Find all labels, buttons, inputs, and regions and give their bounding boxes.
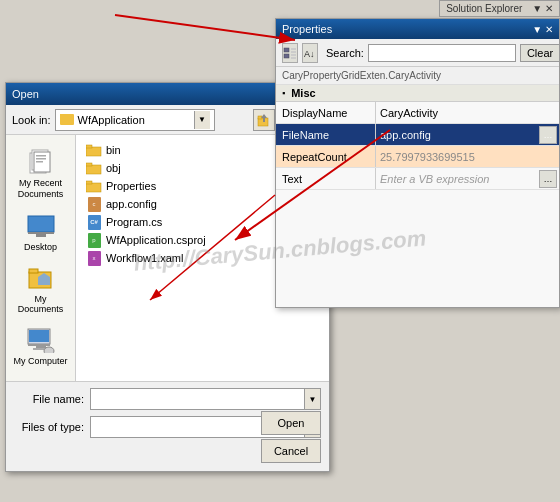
svg-rect-43 [86,165,101,174]
cancel-button[interactable]: Cancel [261,439,321,463]
displayname-label: DisplayName [276,102,376,123]
text-value: Enter a VB expression [376,168,539,189]
file-name-combo-arrow[interactable]: ▼ [304,389,320,409]
dialog-bottom: File name: ▼ Files of type: ▼ Open Cance… [6,381,329,471]
svg-rect-24 [28,216,54,232]
svg-text:A↓: A↓ [304,49,315,59]
svg-rect-46 [86,181,92,184]
displayname-value: CaryActivity [376,102,559,123]
properties-toolbar: A↓ Search: Clear [276,39,559,67]
svg-line-48 [115,15,295,40]
file-name-programcs: Program.cs [106,216,162,228]
files-of-type-label: Files of type: [14,421,84,433]
file-name-input[interactable]: ▼ [90,388,321,410]
search-input[interactable] [368,44,516,62]
solution-explorer-tab[interactable]: Solution Explorer ▼ ✕ [439,0,560,17]
svg-rect-41 [86,147,101,156]
search-label: Search: [326,47,364,59]
sidebar-item-recent[interactable]: My Recent Documents [10,143,72,205]
properties-title-controls: ▼ ✕ [532,24,553,35]
svg-rect-22 [36,158,46,160]
svg-rect-23 [36,161,43,163]
svg-rect-31 [29,330,49,342]
sidebar-item-mycomputer[interactable]: My Computer [10,321,72,371]
recent-label: My Recent Documents [13,178,69,200]
solution-explorer-label: Solution Explorer [446,3,522,14]
folder-icon-bin [86,143,102,157]
look-in-combo[interactable]: WfApplication ▼ [55,109,215,131]
look-in-combo-arrow[interactable]: ▼ [194,111,210,129]
svg-rect-5 [291,57,296,59]
svg-rect-2 [291,51,296,53]
category-sort-button[interactable] [282,43,298,63]
svg-rect-3 [284,54,289,58]
solution-explorer-controls: ▼ ✕ [532,3,553,14]
mycomputer-label: My Computer [13,356,67,366]
repeatcount-label: RepeatCount [276,146,376,167]
file-name-appconfig: app.config [106,198,157,210]
svg-rect-0 [284,48,289,52]
breadcrumb-text: CaryPropertyGridExten.CaryActivity [282,70,441,81]
svg-rect-4 [291,54,296,56]
svg-rect-32 [28,344,50,346]
repeatcount-row[interactable]: RepeatCount 25.7997933699515 [276,146,559,168]
misc-section-header: ▪ Misc [276,85,559,102]
file-icon-programcs: C# [86,215,102,229]
svg-rect-28 [29,269,38,273]
filename-row-bottom: File name: ▼ [14,388,321,410]
filename-browse-button[interactable]: … [539,126,557,144]
up-folder-button[interactable] [253,109,275,131]
look-in-label: Look in: [12,114,51,126]
open-dialog-title: Open [12,88,39,100]
misc-section-label: Misc [291,87,315,99]
text-row[interactable]: Text Enter a VB expression … [276,168,559,190]
mydocs-icon [25,264,57,292]
sidebar-item-desktop[interactable]: Desktop [10,207,72,257]
file-icon-csproj: p [86,233,102,247]
file-name-properties: Properties [106,180,156,192]
folder-icon-properties [86,179,102,193]
desktop-label: Desktop [24,242,57,252]
repeatcount-value: 25.7997933699515 [376,146,559,167]
svg-point-35 [44,347,54,353]
properties-title: Properties [282,23,332,35]
svg-rect-25 [28,232,54,234]
mycomputer-icon [25,326,57,354]
displayname-row[interactable]: DisplayName CaryActivity [276,102,559,124]
properties-titlebar: Properties ▼ ✕ [276,19,559,39]
svg-rect-45 [86,183,101,192]
alpha-sort-button[interactable]: A↓ [302,43,318,63]
svg-rect-26 [36,234,46,237]
svg-rect-44 [86,163,92,166]
dialog-action-buttons: Open Cancel [261,411,321,463]
svg-rect-1 [291,48,296,50]
svg-rect-42 [86,145,92,148]
open-button[interactable]: Open [261,411,321,435]
folder-icon-obj [86,161,102,175]
svg-rect-10 [263,118,265,122]
file-name-label: File name: [14,393,84,405]
sidebar-item-mydocs[interactable]: My Documents [10,259,72,319]
text-browse-button[interactable]: … [539,170,557,188]
look-in-value: WfApplication [78,114,194,126]
svg-rect-33 [36,346,46,348]
text-label: Text [276,168,376,189]
file-name-bin: bin [106,144,121,156]
svg-rect-29 [38,277,50,285]
file-name-obj: obj [106,162,121,174]
file-icon-appconfig: c [86,197,102,211]
filename-row[interactable]: FileName app.config … [276,124,559,146]
properties-content: ▪ Misc DisplayName CaryActivity FileName… [276,85,559,307]
file-name-csproj: WfApplication.csproj [106,234,206,246]
filename-value: app.config [376,124,539,145]
file-icon-xaml: x [86,251,102,265]
misc-expand-icon[interactable]: ▪ [282,88,285,98]
properties-breadcrumb: CaryPropertyGridExten.CaryActivity [276,67,559,85]
clear-button[interactable]: Clear [520,44,560,62]
properties-panel: Properties ▼ ✕ A↓ Search: [275,18,560,308]
filename-label: FileName [276,124,376,145]
svg-rect-21 [36,155,46,157]
file-name-xaml: Workflow1.xaml [106,252,183,264]
desktop-icon [25,212,57,240]
look-in-folder-icon [60,114,74,125]
